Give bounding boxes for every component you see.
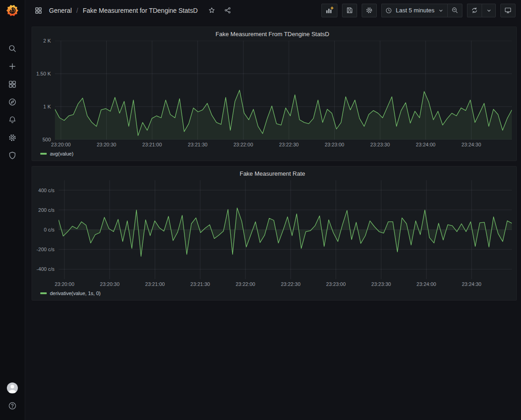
y-tick-label: 400 c/s: [38, 188, 54, 193]
shield-icon: [8, 151, 17, 160]
legend-label[interactable]: derivative(value, 1s, 0): [50, 291, 101, 296]
apps-grid-button[interactable]: [33, 5, 43, 16]
x-tick-label: 23:21:30: [188, 142, 207, 147]
time-range-button[interactable]: Last 5 minutes: [381, 4, 447, 17]
x-tick-label: 23:22:30: [281, 281, 300, 287]
y-tick-label: 0 c/s: [44, 227, 54, 232]
x-tick-label: 23:22:30: [279, 142, 299, 147]
grafana-logo-icon: [6, 4, 19, 17]
x-tick-label: 23:20:30: [97, 142, 116, 147]
plot-area[interactable]: [55, 41, 512, 140]
y-tick-label: 500: [43, 137, 51, 142]
save-icon: [346, 6, 353, 14]
y-axis-labels: 5001 K1.50 K2 K: [33, 41, 55, 140]
sidebar-item-configuration[interactable]: [0, 129, 25, 146]
sidebar-item-alerting[interactable]: [0, 111, 25, 129]
x-tick-label: 23:21:00: [145, 281, 165, 287]
chevron-down-icon: [438, 7, 444, 14]
plot-area[interactable]: [59, 180, 512, 279]
dashboards-grid-icon: [8, 80, 17, 89]
refresh-icon: [471, 6, 478, 14]
x-tick-label: 23:20:30: [100, 281, 119, 287]
y-tick-label: 2 K: [43, 38, 51, 43]
plus-icon: [8, 62, 17, 71]
sidebar-item-search[interactable]: [0, 39, 25, 57]
bell-icon: [8, 115, 17, 124]
breadcrumb-section[interactable]: General: [49, 7, 72, 14]
x-tick-label: 23:24:00: [416, 142, 435, 147]
y-axis-labels: -400 c/s-200 c/s0 c/s200 c/s400 c/s: [33, 180, 59, 279]
legend: derivative(value, 1s, 0): [33, 288, 512, 298]
x-axis-labels: 23:20:0023:20:3023:21:0023:21:3023:22:00…: [59, 279, 512, 288]
share-button[interactable]: [223, 5, 233, 15]
x-tick-label: 23:22:00: [236, 281, 255, 287]
refresh-interval-button[interactable]: [482, 4, 496, 17]
breadcrumb: General / Fake Measurement for TDengine …: [33, 5, 233, 16]
favorite-star-button[interactable]: [207, 5, 217, 15]
time-picker-group: Last 5 minutes: [381, 4, 462, 17]
sidebar-item-create[interactable]: [0, 57, 25, 75]
x-tick-label: 23:24:00: [417, 281, 436, 287]
question-circle-icon: [8, 401, 17, 410]
timeseries-chart: 5001 K1.50 K2 K 23:20:0023:20:3023:21:00…: [33, 41, 512, 159]
timeseries-chart: -400 c/s-200 c/s0 c/s200 c/s400 c/s 23:2…: [33, 180, 512, 298]
time-range-label: Last 5 minutes: [396, 7, 434, 14]
grafana-logo-button[interactable]: [0, 0, 25, 21]
gear-icon: [8, 133, 17, 142]
star-icon: [208, 6, 216, 14]
y-tick-label: 1 K: [43, 104, 51, 109]
legend-swatch: [40, 292, 47, 294]
main-area: General / Fake Measurement for TDengine …: [25, 0, 521, 420]
panel-title[interactable]: Fake Measurement Rate: [33, 167, 512, 180]
sidebar-bottom: [0, 379, 25, 420]
apps-grid-icon: [34, 6, 43, 15]
refresh-button[interactable]: [467, 4, 482, 17]
help-button[interactable]: [0, 397, 25, 415]
dashboard-actions: [207, 5, 233, 15]
search-icon: [8, 44, 17, 53]
x-tick-label: 23:23:30: [370, 142, 390, 147]
legend: avg(value): [33, 149, 512, 159]
toolbar: Last 5 minutes: [321, 4, 516, 17]
x-tick-label: 23:21:00: [142, 142, 162, 147]
y-tick-label: -400 c/s: [37, 266, 54, 272]
sidebar-item-server-admin[interactable]: [0, 146, 25, 164]
zoom-out-icon: [451, 6, 459, 14]
x-tick-label: 23:24:30: [461, 142, 481, 147]
y-tick-label: -200 c/s: [37, 247, 54, 252]
x-axis-labels: 23:20:0023:20:3023:21:0023:21:3023:22:00…: [55, 140, 512, 149]
refresh-group: [467, 4, 496, 17]
x-tick-label: 23:23:30: [371, 281, 391, 287]
sidebar-item-dashboards[interactable]: [0, 75, 25, 93]
x-tick-label: 23:24:30: [462, 281, 482, 287]
compass-icon: [8, 97, 17, 107]
top-navbar: General / Fake Measurement for TDengine …: [25, 0, 521, 21]
sidebar-nav: [0, 39, 25, 164]
y-tick-label: 1.50 K: [36, 71, 51, 76]
legend-label[interactable]: avg(value): [50, 151, 73, 156]
legend-swatch: [40, 153, 47, 155]
dashboard-grid: Fake Measurement From TDengine StatsD 50…: [25, 21, 521, 301]
clock-icon: [385, 7, 392, 14]
cycle-view-mode-button[interactable]: [500, 4, 516, 17]
user-avatar-button[interactable]: [0, 379, 25, 397]
y-tick-label: 200 c/s: [38, 207, 54, 213]
panel-title[interactable]: Fake Measurement From TDengine StatsD: [33, 27, 512, 41]
x-tick-label: 23:23:00: [326, 281, 346, 287]
save-dashboard-button[interactable]: [342, 4, 357, 17]
dashboard-title: Fake Measurement for TDengine StatsD: [83, 7, 198, 14]
settings-gear-icon: [365, 6, 373, 14]
add-panel-button[interactable]: [321, 4, 337, 17]
x-tick-label: 23:23:00: [325, 142, 344, 147]
panel-fake-measurement-rate: Fake Measurement Rate -400 c/s-200 c/s0 …: [32, 166, 517, 301]
x-tick-label: 23:20:00: [54, 281, 74, 287]
dashboard-settings-button[interactable]: [362, 4, 377, 17]
share-icon: [224, 6, 232, 14]
chevron-down-icon: [486, 7, 492, 14]
user-avatar-icon: [6, 382, 18, 394]
x-tick-label: 23:22:00: [233, 142, 253, 147]
x-tick-label: 23:21:30: [190, 281, 210, 287]
zoom-out-button[interactable]: [447, 4, 462, 17]
sidebar-item-explore[interactable]: [0, 93, 25, 111]
monitor-icon: [504, 6, 512, 14]
